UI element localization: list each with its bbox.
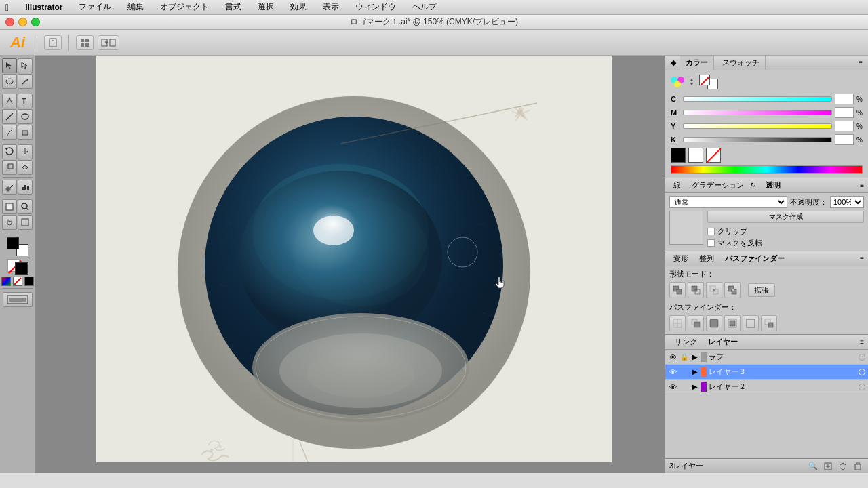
menu-edit[interactable]: 編集 [125,1,146,13]
transparency-panel-menu[interactable]: ≡ [860,182,864,189]
artboard-tool[interactable] [2,199,17,214]
menu-select[interactable]: 選択 [255,1,277,13]
layer-eye-2[interactable]: 👁 [668,382,677,392]
rotate-tool[interactable] [2,144,17,159]
transparency-tab[interactable]: 透明 [762,180,785,190]
layer-eye-rough[interactable]: 👁 [668,352,677,362]
maximize-button[interactable] [31,18,40,26]
stroke-tab[interactable]: 線 [669,180,685,190]
pathfinder-panel-menu[interactable]: ≡ [860,255,864,262]
toolbar-new-doc[interactable] [44,35,62,50]
warp-tool[interactable] [18,160,33,175]
unite-btn[interactable] [669,282,686,298]
swatch-tab[interactable]: スウォッチ [717,56,766,70]
loop-icon[interactable]: ↻ [751,182,759,190]
direct-selection-tool[interactable] [18,58,33,73]
search-layers-btn[interactable]: 🔍 [807,461,819,472]
none-color[interactable] [706,148,721,163]
outline-btn[interactable] [743,315,759,331]
reflect-tool[interactable] [18,144,33,159]
layer-vis-rough[interactable] [859,354,865,361]
selection-tool[interactable] [2,58,17,73]
layer-eye-3[interactable]: 👁 [668,367,677,377]
layer-lock-3[interactable] [679,367,689,377]
menu-help[interactable]: ヘルプ [410,1,439,13]
delete-layer-btn[interactable] [852,461,864,472]
none-btn[interactable] [13,277,22,286]
layers-tab[interactable]: レイヤー [703,337,743,347]
layer-expand-2[interactable]: ▶ [691,383,699,391]
new-layer-btn[interactable] [822,461,834,472]
merge-btn[interactable] [706,315,722,331]
intersect-btn[interactable] [706,282,722,298]
pen-tool[interactable] [2,94,17,108]
lasso-tool[interactable] [2,74,17,89]
zoom-tool[interactable] [18,199,33,214]
align-tab[interactable]: 整列 [695,253,718,264]
stroke-indicator[interactable] [7,259,28,275]
move-layer-btn[interactable] [837,461,849,472]
trim-btn[interactable] [688,315,704,331]
opacity-select[interactable]: 100% [830,196,864,208]
color-panel-menu[interactable]: ≡ [859,59,863,66]
page-tool[interactable] [18,215,33,230]
mask-create-button[interactable]: マスク作成 [707,211,864,223]
eraser-tool[interactable] [18,125,33,140]
symbol-sprayer-tool[interactable] [2,180,17,195]
line-tool[interactable] [2,109,17,124]
minimize-button[interactable] [18,18,27,26]
layers-panel-menu[interactable]: ≡ [860,338,864,346]
color-tab[interactable]: カラー [680,56,714,70]
crop-btn[interactable] [724,315,741,331]
c-slider[interactable] [683,96,832,102]
m-slider[interactable] [683,110,832,115]
menu-view[interactable]: 表示 [320,1,342,13]
toolbar-arrange[interactable]: ▼ [98,35,119,50]
foreground-color[interactable] [671,148,686,163]
layer-row-rough[interactable]: 👁 🔒 ▶ ラフ [665,350,868,365]
screen-mode-btn[interactable] [3,292,33,307]
layer-vis-2[interactable] [859,384,865,390]
layer-vis-3[interactable] [859,369,865,375]
type-tool[interactable]: T [18,94,33,108]
c-value[interactable] [835,94,854,104]
fill-stroke-boxes[interactable] [7,237,28,256]
m-value[interactable] [835,107,854,118]
links-tab[interactable]: リンク [669,337,703,347]
toolbar-grid-view[interactable] [76,35,94,50]
color-btn[interactable] [1,277,11,286]
pencil-tool[interactable] [2,125,17,140]
menu-object[interactable]: オブジェクト [157,1,212,13]
background-color[interactable] [688,148,703,163]
scale-tool[interactable] [2,160,17,175]
menu-type[interactable]: 書式 [222,1,244,13]
menu-window[interactable]: ウィンドウ [353,1,399,13]
blend-mode-select[interactable]: 通常 [669,196,787,208]
gradient-tab[interactable]: グラデーション [688,180,748,190]
layer-lock-rough[interactable]: 🔒 [679,352,689,362]
color-spectrum[interactable] [671,165,863,174]
layer-row-2[interactable]: 👁 ▶ レイヤー２ [665,380,868,394]
minus-back-btn[interactable] [761,315,777,331]
fill-stroke-indicators[interactable] [699,75,718,89]
menu-illustrator[interactable]: Illustrator [22,3,65,12]
apple-menu[interactable]:  [5,2,9,13]
menu-effect[interactable]: 効果 [288,1,309,13]
layer-lock-2[interactable] [679,382,689,392]
pathfinder-tab[interactable]: パスファインダー [721,253,789,264]
magic-wand-tool[interactable] [18,74,33,89]
k-value[interactable] [835,134,854,145]
black-btn[interactable] [24,277,34,286]
k-slider[interactable] [683,137,832,142]
layer-expand-3[interactable]: ▶ [691,368,699,376]
divide-btn[interactable] [669,315,686,331]
y-slider[interactable] [683,123,832,129]
minus-front-btn[interactable] [688,282,704,298]
canvas-area[interactable] [35,56,665,473]
layer-row-3[interactable]: 👁 ▶ レイヤー３ [665,365,868,380]
hand-tool[interactable] [2,215,17,230]
transform-tab[interactable]: 変形 [669,253,692,264]
menu-file[interactable]: ファイル [76,1,114,13]
layer-expand-rough[interactable]: ▶ [691,353,699,361]
y-value[interactable] [835,121,854,131]
